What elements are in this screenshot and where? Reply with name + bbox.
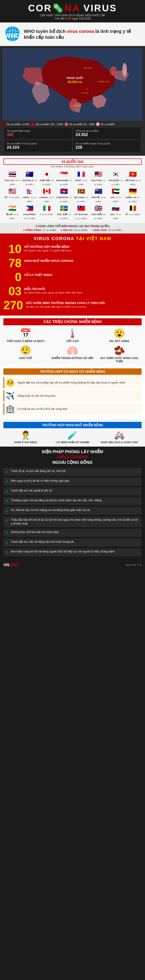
vietnam-section: VIRUS CORONA TẠI VIỆT NAM 10 SỐ TRƯỜNG H…: [0, 234, 145, 315]
risk-icon: 🏥: [6, 405, 15, 413]
header: COR🦠NA VIRUS CẬP NHẬT TÌNH HÌNH DỊCH BỆN…: [0, 0, 145, 22]
suspect-icon: 👨‍⚕️: [3, 431, 48, 440]
countries-section: 24 QUỐC GIA GHI NHẬN TRƯỜNG HỢP NHƯ SAU:…: [0, 156, 145, 223]
suspect-section: TRƯỜNG HỢP NGHI NGỜ NHIỄM BỆNH 👨‍⚕️ KHÁM…: [0, 419, 145, 447]
symptoms-bottom-row: 😮‍💨 KHÓ THỞ 🫁 NHIỄM TRÙNG ĐƯỜNG HÔ HẤP 🫘…: [3, 345, 142, 363]
check-icon: ✓: [5, 530, 9, 535]
prevention-text: Ho, hắt hơi hay che kín miệng và mũi bằn…: [11, 508, 90, 512]
vn-desc: SỐ CA THIỆT MẠNG: [24, 271, 53, 277]
suspect-icon: 🚑: [97, 431, 142, 440]
flag-item: 🇦🇺 AUSTRALIA 15 ca nhiễm: [22, 170, 37, 186]
flag-item: 🇨🇰 CHÍP RỐ 12 ca nhiễm: [91, 188, 106, 203]
flag-item: 🇳🇵 NEPAL 01 ca nhiễm: [22, 188, 37, 203]
svg-point-14: [86, 88, 88, 90]
vietnam-stats: 10 SỐ TRƯỜNG HỢP NHIỄM BỆNH (03 người nư…: [3, 243, 142, 311]
flag-emoji: 🇮🇳: [4, 204, 20, 212]
suspect-item: 🚑 NHẬP VIỆN CÁCH LY HOÀN TOÀN: [97, 431, 142, 444]
vn-label: SỐ TRƯỜNG HỢP NHIỄM BỆNH: [24, 245, 70, 248]
flag-emoji: 🇨🇰: [91, 188, 106, 195]
stats-grid: Số người thiệt mạng 492 Tổng số ca bị nh…: [5, 127, 140, 152]
flag-item: 🇩🇪 PHẦN LAN 01 ca nhiễm: [125, 188, 141, 203]
flag-emoji: 🇫🇷: [73, 170, 89, 178]
vn-number: 270: [3, 299, 23, 311]
prevention-section: BIỆN PHÁP PHÒNG LÂY NHIỄM VIRUS CORONA N…: [0, 447, 145, 561]
legend-dot-4: [96, 123, 99, 126]
who-section: WHO WHO tuyên bố dịch virus corona là tì…: [0, 22, 145, 46]
flag-item: 🇸🇬 SINGAPORE 28 ca nhiễm: [56, 170, 72, 186]
flag-item: 🇹🇭 THÁI LAN 25 ca nhiễm: [4, 170, 20, 186]
prevention-item: ✓ Tránh đi lại, du lịch nếu đang sốt, ho…: [3, 468, 142, 476]
symptom-item: 🌡️ SỐT CAO: [50, 328, 95, 343]
flag-count: 03 ca nhiễm: [24, 217, 35, 220]
prevention-text: Thường xuyên rửa tay bằng xà phòng; trán…: [11, 498, 102, 502]
svg-text:TRUNG QUỐC: TRUNG QUỐC: [66, 76, 83, 80]
vn-label: SỨC KHỎE BÌNH THƯỜNG NHƯNG CÁCH LY THEO …: [26, 301, 105, 305]
flag-emoji: 🇲🇾: [91, 170, 106, 178]
flag-emoji: 🇮🇹: [39, 204, 54, 212]
flag-name: AUSTRALIA: [22, 179, 34, 181]
flag-item: 🇰🇷 HÀN QUỐC 18 ca nhiễm: [108, 170, 123, 186]
svg-text:THƯỢNG HẢI: THƯỢNG HẢI: [97, 80, 109, 83]
flag-emoji: 🇹🇭: [4, 170, 20, 178]
flag-item: 🇬🇧 THỤY ĐIỂN 02 ca nhiễm: [91, 204, 106, 220]
stat-total: Tổng số ca bị nhiễm 24.552: [73, 127, 140, 139]
subtitle-text: CẬP NHẬT TÌNH HÌNH DỊCH BỆNH VIÊM PHỔI C…: [40, 14, 105, 17]
prevention-text: Tránh tiếp xúc với người bị sốt, ho: [11, 489, 52, 493]
symptom-label: NHIỄM TRÙNG ĐƯỜNG HÔ HẤP: [50, 356, 95, 360]
risk-item: ✈️ Sống hoặc du lịch tới vùng dịch: [3, 390, 142, 401]
footer-logo: VNEWS: [3, 563, 18, 567]
prev-title-pre: BIỆN PHÁP PHÒNG LÂY NHIỄM: [42, 450, 103, 454]
stat-china-value: 24.324: [7, 145, 70, 150]
flags-grid: 🇹🇭 THÁI LAN 25 ca nhiễm 🇦🇺 AUSTRALIA 15 …: [3, 170, 142, 220]
flag-emoji: 🇩🇪: [125, 188, 141, 195]
suspect-item: 🧪 LẤY BỆNH PHẨM XÉT NGHIỆM: [50, 431, 95, 444]
symptom-label: THỜI GIAN Ủ BỆNH 14 NGÀY: [3, 340, 48, 343]
flag-emoji: 🇺🇸: [4, 188, 20, 195]
symptom-icon: 📅: [3, 328, 48, 339]
vietnam-stat-row: 03 ĐIỀU TRỊ KHỎI (01 bệnh nhân nước ngoà…: [3, 285, 142, 297]
who-logo: WHO: [5, 26, 21, 43]
flag-emoji: 🇰🇷: [108, 170, 123, 178]
suspect-title: TRƯỜNG HỢP NGHI NGỜ NHIỄM BỆNH: [3, 422, 142, 428]
flag-item: 🇻🇳 VIỆT NAM 10 ca nhiễm: [125, 170, 141, 186]
map-section: TRUNG QUỐC 24.324 ca BẮC KINH THƯỢNG HẢI…: [0, 46, 145, 156]
who-announcement: WHO tuyên bố dịch virus corona là tình t…: [24, 28, 140, 40]
symptoms-top-row: 📅 THỜI GIAN Ủ BỆNH 14 NGÀY 🌡️ SỐT CAO 😮 …: [3, 328, 142, 343]
vn-number: 0: [3, 271, 22, 283]
risk-icon: 🤒: [6, 379, 15, 387]
flag-name: ẤN ĐỘ: [6, 213, 13, 216]
stats-section: Số người thiệt mạng 492 Tổng số ca bị nh…: [2, 126, 143, 153]
stat-outside-label: Số ca nhiễm ngoài Trung Quốc: [75, 142, 138, 145]
check-icon: ✓: [5, 499, 9, 504]
legend-label-3: Số ca nhiễm 51 - 1000: [69, 123, 94, 126]
flag-emoji: 🇱🇰: [73, 188, 89, 195]
flag-item: 🇨🇦 CANADA 05 ca nhiễm: [39, 188, 54, 203]
check-icon: ✓: [5, 509, 9, 514]
countries-title: 24 QUỐC GIA: [3, 159, 142, 165]
vn-number: 03: [3, 285, 22, 297]
prevention-text: Tránh tiếp xúc cần với động vật nuôi hoặ…: [11, 540, 73, 544]
prevention-text: Đến ngay cơ sở y tế khi có triệu chứng n…: [11, 479, 69, 483]
flag-item: 🇫🇷 PHÁP 11 ca nhiễm: [73, 170, 89, 186]
risk-items: 🤒 Người tiếp xúc với trường hợp sốt và n…: [3, 377, 142, 415]
symptom-label: SỐT CAO: [50, 340, 95, 343]
vn-number: 10: [3, 243, 22, 255]
flag-item: 🇦🇪 UAE 05 ca nhiễm: [108, 188, 123, 203]
vn-title-highlight: TẠI VIỆT NAM: [76, 236, 112, 241]
flag-emoji: 🇦🇺: [22, 170, 37, 178]
flag-emoji: 🇸🇪: [56, 204, 72, 212]
symptom-icon: 🌡️: [50, 328, 95, 339]
header-subtitle: CẬP NHẬT TÌNH HÌNH DỊCH BỆNH VIÊM PHỔI C…: [2, 14, 143, 20]
vietnam-stat-row: 270 SỨC KHỎE BÌNH THƯỜNG NHƯNG CÁCH LY T…: [3, 299, 142, 311]
risk-title: TRƯỜNG HỢP CÓ NGUY CƠ NHIỄM BỆNH: [3, 368, 142, 375]
countries-subtitle: GHI NHẬN TRƯỜNG HỢP NHƯ SAU:: [3, 165, 142, 168]
flag-emoji: 🇬🇧: [91, 204, 106, 212]
symptom-item: 😮 HO, RÁT HỌNG: [97, 328, 142, 343]
symptoms-title: CÁC TRIỆU CHỨNG NHIỄM BỆNH: [3, 318, 142, 325]
legend-label-2: Số ca nhiễm 101 - 2,000: [35, 123, 63, 126]
prevention-item: ✓ Không khạc nhổ bừa bãi nơi công cộng: [3, 529, 142, 537]
flag-name: TÂY BAN NHA: [74, 213, 88, 216]
flag-name: SINGAPORE: [56, 179, 69, 181]
flag-name: THỤY ĐIỂN: [57, 213, 68, 216]
svg-text:WHO: WHO: [5, 32, 20, 39]
